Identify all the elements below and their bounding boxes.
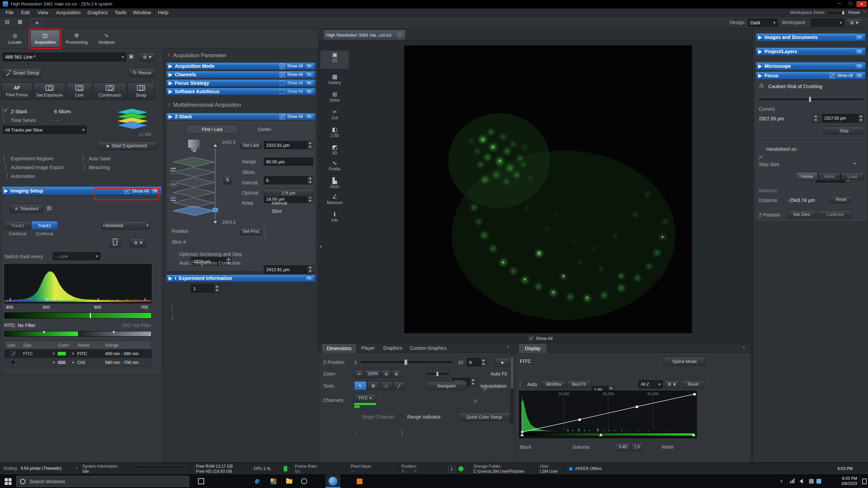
close-button[interactable] [856,1,867,7]
excitation-slider[interactable] [4,312,152,319]
tray-expand-icon[interactable] [780,479,783,483]
workspace-settings-button[interactable] [846,19,862,27]
edit-icon[interactable] [305,80,313,86]
menu-view[interactable]: View [37,9,48,15]
tab-first-last[interactable]: First / Last [186,125,238,134]
view-tool-histo[interactable]: ▙Histo [320,178,349,189]
section-zstack[interactable]: Z-Stack Show All [166,113,316,120]
overview-tool-button[interactable] [380,381,392,390]
save-icon[interactable]: ▦ [18,19,22,24]
section-acquisition-mode[interactable]: Acquisition Mode Show All [166,62,316,70]
range-field[interactable]: 90.00 µm [264,158,313,166]
set-last-button[interactable]: Set Last [240,141,262,149]
menu-window[interactable]: Window [133,9,151,15]
automation-checkbox[interactable] [7,172,7,179]
app-icon-orange[interactable] [357,479,362,484]
load-button[interactable]: Load [841,172,864,180]
menu-acquisition[interactable]: Acquisition [56,9,81,15]
edit-icon[interactable] [305,63,313,69]
min-max-button[interactable]: Min/Max [541,380,566,388]
tracks-per-slice-select[interactable]: All Tracks per Slice [3,126,87,134]
office-app-icon[interactable] [271,479,276,484]
standard-mode-button[interactable]: Standard [10,204,43,213]
zoom-fit-button[interactable] [354,370,364,378]
edit-icon[interactable] [305,276,313,281]
spinner-arrows[interactable] [480,359,486,366]
experiment-options-button[interactable] [139,53,155,61]
auto-display-checkbox[interactable] [520,381,520,387]
zoom-100-button[interactable]: 100% [364,370,381,378]
last-position-field[interactable]: 2322.61 µm [264,141,313,149]
theme-select[interactable]: Dark [748,19,778,27]
spinner-arrows[interactable] [858,114,864,122]
set-zero-button[interactable]: Set Zero [787,210,816,218]
track2-tab[interactable]: Track2 [31,221,58,230]
menu-help[interactable]: Help [158,9,169,15]
optimize-sectioning-checkbox[interactable] [172,305,172,312]
menu-graphics[interactable]: Graphics [87,9,108,15]
range-indicator-checkbox[interactable] [402,430,402,436]
section-project-layers[interactable]: Project/Layers [756,47,866,56]
view-tool-info[interactable]: ℹInfo [320,211,349,223]
work-button[interactable]: Work [818,172,840,180]
spinner-arrows[interactable] [307,141,313,149]
section-microscope[interactable]: Microscope [756,62,866,70]
fitc-use-checkbox[interactable] [11,351,16,356]
delete-track-button[interactable] [110,238,120,247]
auto-export-checkbox[interactable] [5,164,6,170]
fitc-channel-button[interactable]: FITC [354,394,376,402]
save-experiment-icon[interactable]: ▣ [129,54,134,59]
gamma-10-button[interactable]: 1.0 [631,443,643,451]
zen-taskbar-button[interactable] [326,475,340,488]
ch2-color-select[interactable] [56,360,75,365]
auto-save-checkbox[interactable] [83,155,83,161]
tab-graphics[interactable]: Graphics [379,343,406,353]
edit-icon[interactable] [151,188,159,194]
zoom-slider[interactable] [426,373,449,374]
home-button[interactable]: Home [796,172,818,180]
spinner-arrows[interactable] [307,266,313,273]
best-fit-button[interactable]: Best Fit [567,380,591,388]
edge-icon[interactable]: e [255,476,259,486]
handwheel-checkbox[interactable] [759,154,760,161]
keep-slice-radio[interactable] [264,232,265,238]
time-series-checkbox[interactable] [3,117,4,123]
scrollbar-track[interactable] [510,354,514,425]
section-experiment-information[interactable]: Experiment Information [166,274,316,282]
section-focus[interactable]: Focus Show All [756,72,866,80]
spinner-arrows[interactable] [214,285,220,292]
scrollbar-thumb[interactable] [511,356,513,389]
experiment-regions-checkbox[interactable] [4,155,5,161]
edit-icon[interactable] [305,114,313,119]
show-all-checkbox[interactable] [529,336,534,341]
close-document-icon[interactable] [397,32,403,38]
single-channel-checkbox[interactable] [356,430,356,436]
show-all-checkbox[interactable] [124,188,130,194]
spinner-arrows[interactable] [470,378,476,386]
menu-file[interactable]: File [5,9,14,15]
view-tool-gallery[interactable]: ▦Gallery [320,74,349,85]
step-down-icon[interactable] [812,118,820,123]
zoom-in-button[interactable] [392,370,401,378]
show-all-checkbox[interactable] [830,73,835,78]
set-exposure-button[interactable]: Set Exposure [34,82,65,100]
minimize-button[interactable]: — [835,1,844,5]
live-button[interactable]: Live [66,82,92,100]
zstack-checkbox[interactable] [3,108,3,114]
section-software-autofocus[interactable]: Software Autofocus Show All [166,88,316,95]
fluorescence-image[interactable] [404,45,692,333]
open-icon[interactable]: ▤ [5,19,9,24]
spinner-arrows[interactable] [307,177,313,184]
excitation-slider-thumb[interactable] [90,313,91,318]
imaging-setup-header[interactable]: Imaging Setup Show All [2,186,162,195]
histogram-panel[interactable]: 15,000 30,000 45,000 [519,391,697,438]
tab-display[interactable]: Display [518,343,547,353]
find-focus-button[interactable]: AFFind Focus [1,82,33,100]
section-images-documents[interactable]: Images and Documents [756,33,866,41]
table-row[interactable]: FITC FITC 400 nm - 580 nm [5,349,151,358]
tab-player[interactable]: Player [357,343,379,353]
add-widefield-button[interactable]: +Widefield [102,221,149,230]
taskbar-search[interactable]: Search Windows [16,476,189,487]
workspace-zoom-reset[interactable]: Reset [848,10,860,15]
ch2-use-checkbox[interactable] [11,360,16,365]
